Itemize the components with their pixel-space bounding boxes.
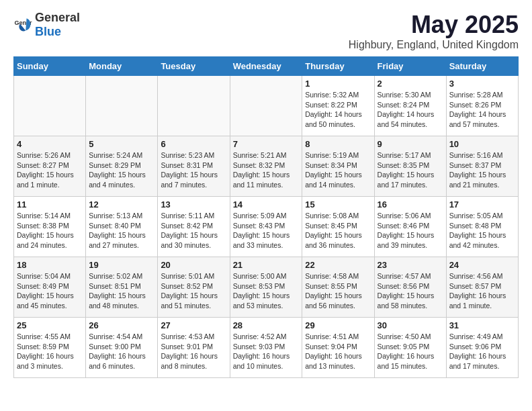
day-info: Sunrise: 5:09 AMSunset: 8:43 PMDaylight:… [233,211,300,250]
day-number: 14 [233,199,300,210]
day-cell: 23Sunrise: 4:57 AMSunset: 8:56 PMDayligh… [374,257,446,318]
day-cell: 27Sunrise: 4:53 AMSunset: 9:01 PMDayligh… [158,318,230,378]
day-cell: 3Sunrise: 5:28 AMSunset: 8:26 PMDaylight… [446,76,518,136]
day-info: Sunrise: 5:14 AMSunset: 8:38 PMDaylight:… [17,211,83,250]
day-info: Sunrise: 5:02 AMSunset: 8:51 PMDaylight:… [89,271,154,311]
day-cell: 8Sunrise: 5:19 AMSunset: 8:34 PMDaylight… [302,136,374,197]
day-info: Sunrise: 5:17 AMSunset: 8:35 PMDaylight:… [378,150,443,190]
day-number: 2 [378,79,443,89]
day-cell [230,76,302,136]
day-cell: 6Sunrise: 5:23 AMSunset: 8:31 PMDaylight… [158,136,230,197]
day-number: 12 [89,199,154,210]
day-cell: 15Sunrise: 5:08 AMSunset: 8:45 PMDayligh… [302,197,374,257]
week-row-2: 4Sunrise: 5:26 AMSunset: 8:27 PMDaylight… [14,136,519,197]
day-number: 16 [378,199,443,210]
day-cell: 5Sunrise: 5:24 AMSunset: 8:29 PMDaylight… [86,136,158,197]
day-info: Sunrise: 5:16 AMSunset: 8:37 PMDaylight:… [449,150,515,190]
day-number: 15 [305,199,371,210]
day-cell: 1Sunrise: 5:32 AMSunset: 8:22 PMDaylight… [302,76,374,136]
day-number: 22 [305,260,371,270]
day-info: Sunrise: 4:56 AMSunset: 8:57 PMDaylight:… [449,271,515,311]
day-number: 10 [449,139,515,149]
day-info: Sunrise: 4:53 AMSunset: 9:01 PMDaylight:… [161,332,226,371]
day-number: 13 [161,199,226,210]
day-cell: 28Sunrise: 4:52 AMSunset: 9:03 PMDayligh… [230,318,302,378]
day-number: 29 [305,320,371,330]
day-cell: 21Sunrise: 5:00 AMSunset: 8:53 PMDayligh… [230,257,302,318]
day-number: 20 [161,260,226,270]
day-number: 8 [305,139,371,149]
day-number: 25 [17,320,83,330]
day-number: 23 [378,260,443,270]
weekday-header-sunday: Sunday [14,57,86,76]
day-info: Sunrise: 4:52 AMSunset: 9:03 PMDaylight:… [233,332,300,371]
week-row-5: 25Sunrise: 4:55 AMSunset: 8:59 PMDayligh… [14,318,519,378]
day-info: Sunrise: 4:49 AMSunset: 9:06 PMDaylight:… [449,332,515,371]
day-info: Sunrise: 5:11 AMSunset: 8:42 PMDaylight:… [161,211,226,250]
day-cell: 30Sunrise: 4:50 AMSunset: 9:05 PMDayligh… [374,318,446,378]
day-cell: 26Sunrise: 4:54 AMSunset: 9:00 PMDayligh… [86,318,158,378]
day-number: 30 [378,320,443,330]
day-info: Sunrise: 4:54 AMSunset: 9:00 PMDaylight:… [89,332,154,371]
day-cell: 25Sunrise: 4:55 AMSunset: 8:59 PMDayligh… [14,318,86,378]
day-info: Sunrise: 4:51 AMSunset: 9:04 PMDaylight:… [305,332,371,371]
day-info: Sunrise: 4:57 AMSunset: 8:56 PMDaylight:… [378,271,443,311]
day-info: Sunrise: 5:28 AMSunset: 8:26 PMDaylight:… [449,90,515,130]
header: General General Blue May 2025 Highbury, … [13,11,519,51]
day-cell [158,76,230,136]
logo-blue: Blue [35,25,61,38]
day-cell: 18Sunrise: 5:04 AMSunset: 8:49 PMDayligh… [14,257,86,318]
day-cell: 24Sunrise: 4:56 AMSunset: 8:57 PMDayligh… [446,257,518,318]
month-title: May 2025 [349,11,519,39]
day-info: Sunrise: 5:19 AMSunset: 8:34 PMDaylight:… [305,150,371,190]
day-number: 9 [378,139,443,149]
day-info: Sunrise: 5:21 AMSunset: 8:32 PMDaylight:… [233,150,300,190]
day-info: Sunrise: 5:06 AMSunset: 8:46 PMDaylight:… [378,211,443,250]
day-info: Sunrise: 5:13 AMSunset: 8:40 PMDaylight:… [89,211,154,250]
day-cell: 10Sunrise: 5:16 AMSunset: 8:37 PMDayligh… [446,136,518,197]
day-info: Sunrise: 4:55 AMSunset: 8:59 PMDaylight:… [17,332,83,371]
day-info: Sunrise: 4:58 AMSunset: 8:55 PMDaylight:… [305,271,371,311]
day-cell: 16Sunrise: 5:06 AMSunset: 8:46 PMDayligh… [374,197,446,257]
day-cell: 19Sunrise: 5:02 AMSunset: 8:51 PMDayligh… [86,257,158,318]
day-info: Sunrise: 5:24 AMSunset: 8:29 PMDaylight:… [89,150,154,190]
day-cell: 12Sunrise: 5:13 AMSunset: 8:40 PMDayligh… [86,197,158,257]
weekday-header-tuesday: Tuesday [158,57,230,76]
logo: General General Blue [13,11,80,39]
day-number: 1 [305,79,371,89]
day-number: 26 [89,320,154,330]
day-number: 27 [161,320,226,330]
day-number: 7 [233,139,300,149]
day-number: 11 [17,199,83,210]
day-info: Sunrise: 5:26 AMSunset: 8:27 PMDaylight:… [17,150,83,190]
day-number: 28 [233,320,300,330]
day-number: 5 [89,139,154,149]
day-cell: 4Sunrise: 5:26 AMSunset: 8:27 PMDaylight… [14,136,86,197]
day-number: 19 [89,260,154,270]
day-cell: 29Sunrise: 4:51 AMSunset: 9:04 PMDayligh… [302,318,374,378]
day-number: 31 [449,320,515,330]
day-number: 21 [233,260,300,270]
day-number: 4 [17,139,83,149]
week-row-3: 11Sunrise: 5:14 AMSunset: 8:38 PMDayligh… [14,197,519,257]
day-cell: 11Sunrise: 5:14 AMSunset: 8:38 PMDayligh… [14,197,86,257]
week-row-1: 1Sunrise: 5:32 AMSunset: 8:22 PMDaylight… [14,76,519,136]
day-cell: 2Sunrise: 5:30 AMSunset: 8:24 PMDaylight… [374,76,446,136]
weekday-header-wednesday: Wednesday [230,57,302,76]
weekday-header-monday: Monday [86,57,158,76]
day-number: 24 [449,260,515,270]
day-info: Sunrise: 5:30 AMSunset: 8:24 PMDaylight:… [378,90,443,130]
day-number: 17 [449,199,515,210]
weekday-header-friday: Friday [374,57,446,76]
day-info: Sunrise: 5:23 AMSunset: 8:31 PMDaylight:… [161,150,226,190]
title-area: May 2025 Highbury, England, United Kingd… [349,11,519,51]
day-cell [14,76,86,136]
calendar-table: SundayMondayTuesdayWednesdayThursdayFrid… [13,56,519,378]
day-cell: 9Sunrise: 5:17 AMSunset: 8:35 PMDaylight… [374,136,446,197]
day-cell: 14Sunrise: 5:09 AMSunset: 8:43 PMDayligh… [230,197,302,257]
day-cell: 22Sunrise: 4:58 AMSunset: 8:55 PMDayligh… [302,257,374,318]
day-cell: 20Sunrise: 5:01 AMSunset: 8:52 PMDayligh… [158,257,230,318]
day-info: Sunrise: 5:32 AMSunset: 8:22 PMDaylight:… [305,90,371,130]
day-info: Sunrise: 5:08 AMSunset: 8:45 PMDaylight:… [305,211,371,250]
day-cell: 31Sunrise: 4:49 AMSunset: 9:06 PMDayligh… [446,318,518,378]
